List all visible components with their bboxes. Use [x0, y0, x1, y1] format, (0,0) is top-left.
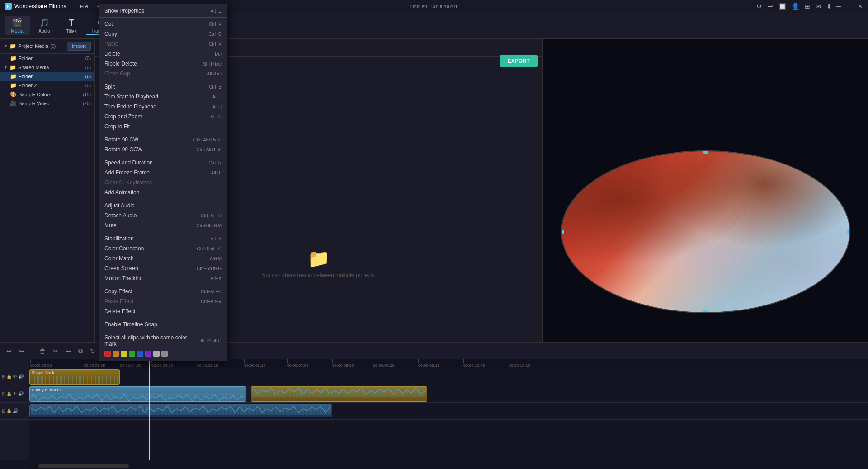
handle-middle-left[interactable]: [561, 230, 564, 234]
ctx-green-screen[interactable]: Green Screen Ctrl+Shift+G: [99, 263, 227, 273]
ctx-color-correction[interactable]: Color Correction Ctrl+Shift+C: [99, 244, 227, 253]
handle-top-middle[interactable]: [703, 150, 708, 154]
track2-audio[interactable]: 🔊: [18, 391, 24, 396]
maximize-button[interactable]: □: [846, 3, 853, 9]
icon-1[interactable]: ⚙: [756, 3, 762, 10]
icon-6[interactable]: ✉: [816, 3, 821, 10]
ruler-mark-9: 00:00:08:00: [332, 359, 354, 368]
swatch-orange[interactable]: [113, 351, 119, 357]
track2-icon1[interactable]: ⊞: [2, 391, 5, 396]
sample-colors-item[interactable]: 🎨 Sample Colors (15): [0, 90, 94, 99]
scrollbar-thumb[interactable]: [38, 464, 129, 468]
preview-video: [561, 150, 850, 313]
track3-icon1[interactable]: ⊞: [2, 408, 5, 413]
delete-tl-button[interactable]: 🗑: [38, 347, 47, 356]
export-button[interactable]: EXPORT: [500, 55, 538, 67]
import-button[interactable]: Import: [67, 42, 91, 51]
track3-lock[interactable]: 🔒: [6, 408, 12, 413]
shared-media-item[interactable]: ▼ 📁 Shared Media (0): [0, 63, 94, 72]
swatch-red[interactable]: [104, 351, 111, 357]
audio-clip[interactable]: [29, 404, 332, 417]
cherry-blossom-clip[interactable]: Cherry Blossom: [29, 386, 246, 402]
minimize-button[interactable]: —: [835, 3, 842, 9]
ctx-ripple-delete[interactable]: Ripple Delete Shift+Del: [99, 59, 227, 69]
folder2-item[interactable]: 📁 Folder 2 (0): [0, 81, 94, 90]
track1-lock[interactable]: 🔒: [6, 374, 12, 379]
ctx-rotate-ccw[interactable]: Rotate 90 CCW Ctrl+Alt+Left: [99, 145, 227, 155]
handle-bottom-middle[interactable]: [703, 310, 708, 313]
ctx-trim-start[interactable]: Trim Start to Playhead Alt+[: [99, 92, 227, 102]
ctx-rotate-cw[interactable]: Rotate 90 CW Ctrl+Alt+Right: [99, 135, 227, 145]
track1-eye[interactable]: 👁: [13, 374, 17, 379]
swatch-blue[interactable]: [137, 351, 143, 357]
handle-middle-right[interactable]: [847, 230, 850, 234]
track1-audio[interactable]: 🔊: [18, 374, 24, 379]
app-logo: F Wondershare Filmora: [5, 3, 66, 10]
shared-media-label: Shared Media: [18, 65, 84, 70]
handle-bottom-left[interactable]: [561, 310, 564, 313]
sample-video-item[interactable]: 🎥 Sample Video (20): [0, 99, 94, 108]
close-button[interactable]: ✕: [857, 3, 863, 9]
menu-file[interactable]: File: [75, 3, 93, 10]
ctx-delete-effect[interactable]: Delete Effect: [99, 306, 227, 316]
track2-eye[interactable]: 👁: [13, 391, 17, 396]
icon-3[interactable]: 🔲: [778, 3, 786, 10]
track1-icon1[interactable]: ⊞: [2, 374, 5, 379]
ruler-spacer: [0, 359, 29, 368]
track3-audio[interactable]: 🔊: [13, 408, 18, 413]
ctx-adjust-audio[interactable]: Adjust Audio: [99, 201, 227, 211]
extra-video-clip[interactable]: [251, 386, 427, 402]
track2-lock[interactable]: 🔒: [6, 391, 12, 396]
redo-tl-button[interactable]: ↪: [17, 347, 26, 356]
ctx-copy[interactable]: Copy Ctrl+C: [99, 29, 227, 39]
toolbar-media[interactable]: 🎬 Media: [5, 16, 30, 35]
swatch-dark[interactable]: [161, 351, 168, 357]
ctx-color-match[interactable]: Color Match Alt+M: [99, 253, 227, 263]
toolbar-titles[interactable]: T Titles: [59, 16, 84, 36]
ctx-speed-duration[interactable]: Speed and Duration Ctrl+R: [99, 158, 227, 168]
ctx-split[interactable]: Split Ctrl+B: [99, 82, 227, 92]
track-label-2: ⊞ 🔒 👁 🔊: [0, 385, 29, 403]
ctx-crop-zoom[interactable]: Crop and Zoom Alt+C: [99, 112, 227, 122]
icon-4[interactable]: 👤: [792, 3, 799, 10]
toolbar-audio[interactable]: 🎵 Audio: [32, 16, 57, 35]
ctx-add-animation[interactable]: Add Animation: [99, 188, 227, 197]
split-tl-button[interactable]: ⊢: [64, 347, 73, 356]
folder-item[interactable]: 📁 Folder (0): [0, 54, 94, 63]
icon-5[interactable]: ⊞: [805, 3, 810, 10]
swatch-purple[interactable]: [145, 351, 151, 357]
folder-icon: 📁: [10, 55, 17, 61]
top-icons: ⚙ ↩ 🔲 👤 ⊞ ✉ ⬇: [756, 3, 832, 10]
handle-top-left[interactable]: [561, 150, 564, 154]
ctx-trim-end[interactable]: Trim End to Playhead Alt+]: [99, 102, 227, 112]
rotate-tl-button[interactable]: ↻: [88, 347, 97, 356]
ctx-cut[interactable]: Cut Ctrl+X: [99, 19, 227, 29]
cut-tl-button[interactable]: ✂: [51, 347, 60, 356]
crop-tl-button[interactable]: ⧉: [76, 346, 85, 356]
playhead[interactable]: [149, 359, 150, 460]
ctx-detach-audio[interactable]: Detach Audio Ctrl+Alt+D: [99, 211, 227, 220]
ctx-freeze-frame[interactable]: Add Freeze Frame Alt+F: [99, 168, 227, 178]
ctx-copy-effect[interactable]: Copy Effect Ctrl+Alt+C: [99, 286, 227, 296]
icon-7[interactable]: ⬇: [826, 3, 832, 10]
swatch-green[interactable]: [129, 351, 135, 357]
ctx-mute[interactable]: Mute Ctrl+Shift+M: [99, 220, 227, 230]
ctx-sep-9: [99, 331, 227, 331]
ctx-stabilization[interactable]: Stabilization Alt+S: [99, 234, 227, 244]
handle-top-right[interactable]: [847, 150, 850, 154]
project-media-header[interactable]: ▼ 📁 Project Media (0): [4, 43, 56, 49]
clip-gap: [246, 386, 251, 402]
ctx-enable-snap[interactable]: Enable Timeline Snap: [99, 319, 227, 329]
ctx-show-properties[interactable]: Show Properties Alt+E: [99, 6, 227, 16]
ctx-motion-tracking[interactable]: Motion Tracking Alt+X: [99, 273, 227, 283]
ctx-crop-fit[interactable]: Crop to Fit: [99, 122, 227, 131]
undo-tl-button[interactable]: ↩: [5, 347, 14, 356]
handle-bottom-right[interactable]: [847, 310, 850, 313]
ctx-delete[interactable]: Delete Del: [99, 49, 227, 59]
swatch-yellow[interactable]: [121, 351, 127, 357]
swatch-light[interactable]: [153, 351, 160, 357]
shape-mask-clip[interactable]: Shape Mask: [29, 369, 120, 385]
folder-selected-item[interactable]: 📁 Folder (0): [0, 72, 94, 81]
ctx-select-color-mark[interactable]: Select all clips with the same color mar…: [99, 333, 227, 349]
icon-2[interactable]: ↩: [768, 3, 773, 10]
